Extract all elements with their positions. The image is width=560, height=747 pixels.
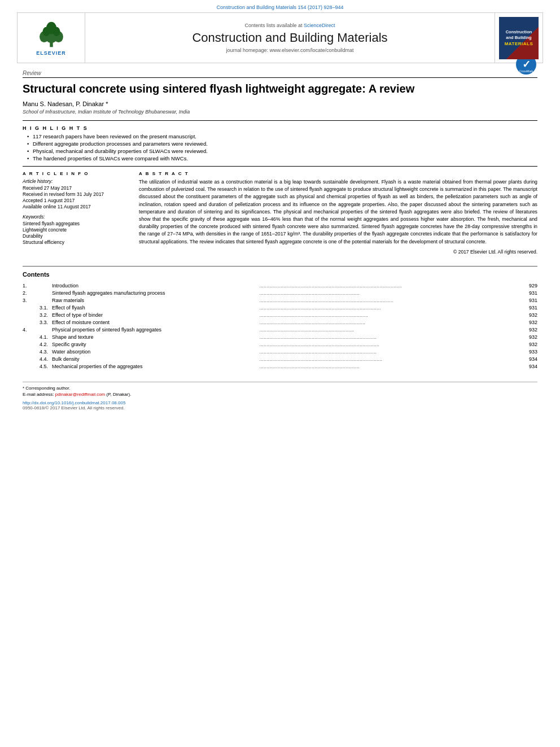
email-line: E-mail address: pdinakar@rediffmail.com … (23, 392, 537, 397)
copyright-line: © 2017 Elsevier Ltd. All rights reserved… (139, 249, 537, 255)
toc-dots: ........................................… (259, 334, 520, 341)
keywords-list: Sintered flyash aggregates Lightweight c… (23, 221, 130, 245)
journal-reference: Construction and Building Materials 154 … (0, 0, 560, 12)
highlights-divider (23, 120, 537, 121)
toc-number: 4.5. (23, 363, 52, 370)
highlight-item: Different aggregate production processes… (27, 141, 537, 147)
toc-dots: ........................................… (259, 356, 520, 363)
science-direct-link[interactable]: ScienceDirect (304, 23, 335, 28)
article-title: Structural concrete using sintered flyas… (23, 81, 537, 96)
toc-number: 2. (23, 290, 52, 297)
available-date: Available online 11 August 2017 (23, 204, 130, 209)
keywords-section: Keywords: Sintered flyash aggregates Lig… (23, 214, 130, 245)
toc-number: 3. (23, 297, 52, 304)
toc-dots: ........................................… (259, 282, 520, 290)
highlight-item: The hardened properties of SLWACs were c… (27, 155, 537, 161)
svg-point-5 (42, 27, 50, 36)
toc-table: 1.Introduction..........................… (23, 282, 537, 370)
journal-ref-text: Construction and Building Materials 154 … (216, 5, 343, 10)
toc-label: Specific gravity (52, 341, 259, 348)
journal-title: Construction and Building Materials (192, 30, 387, 45)
toc-row: 4.4.Bulk density........................… (23, 356, 537, 363)
toc-row: 2.Sintered flyash aggregates manufacturi… (23, 290, 537, 297)
toc-label: Effect of type of binder (52, 312, 259, 319)
toc-row: 4.Physical properties of sintered flyash… (23, 326, 537, 334)
keyword-item: Sintered flyash aggregates (23, 221, 130, 226)
toc-page-number: 931 (520, 297, 537, 304)
toc-section: Contents 1.Introduction.................… (23, 266, 537, 370)
info-divider (23, 166, 537, 167)
toc-label: Introduction (52, 282, 259, 290)
toc-row: 4.3.Water absorption....................… (23, 348, 537, 356)
article-history: Article history: Received 27 May 2017 Re… (23, 178, 130, 209)
toc-row: 4.2.Specific gravity....................… (23, 341, 537, 348)
toc-row: 3.Raw materials.........................… (23, 297, 537, 304)
toc-number: 1. (23, 282, 52, 290)
toc-number: 4.4. (23, 356, 52, 363)
issn-line: 0950-0618/© 2017 Elsevier Ltd. All right… (23, 405, 537, 410)
toc-dots: ........................................… (259, 290, 520, 297)
toc-page-number: 932 (520, 319, 537, 326)
journal-logo-box: Construction and Building MATERIALS (499, 17, 539, 59)
journal-logo-title: Construction and Building (502, 29, 536, 41)
toc-number: 4.2. (23, 341, 52, 348)
svg-point-6 (53, 27, 60, 36)
toc-number: 4.3. (23, 348, 52, 356)
toc-page-number: 931 (520, 304, 537, 312)
page: Construction and Building Materials 154 … (0, 0, 560, 747)
toc-number: 3.1. (23, 304, 52, 312)
elsevier-logo-area: ELSEVIER (18, 13, 85, 63)
toc-row: 3.2.Effect of type of binder............… (23, 312, 537, 319)
article-info-label: A R T I C L E I N F O (23, 171, 130, 176)
article-authors: Manu S. Nadesan, P. Dinakar * (23, 101, 537, 107)
received-date: Received 27 May 2017 (23, 185, 130, 191)
affiliation: School of Infrastructure, Indian Institu… (23, 109, 537, 115)
toc-dots: ........................................… (259, 319, 520, 326)
main-content: Review ✓ CrossMark Structural concrete u… (0, 63, 560, 410)
toc-label: Effect of moisture content (52, 319, 259, 326)
toc-dots: ........................................… (259, 297, 520, 304)
toc-label: Bulk density (52, 356, 259, 363)
toc-row: 3.1.Effect of flyash....................… (23, 304, 537, 312)
journal-logo-area: Construction and Building MATERIALS (495, 13, 542, 63)
toc-number: 3.2. (23, 312, 52, 319)
toc-row: 3.3.Effect of moisture content..........… (23, 319, 537, 326)
toc-page-number: 931 (520, 290, 537, 297)
highlight-item: 117 research papers have been reviewed o… (27, 133, 537, 139)
toc-page-number: 932 (520, 341, 537, 348)
highlights-label: H I G H L I G H T S (23, 125, 537, 131)
elsevier-brand: ELSEVIER (36, 50, 66, 56)
journal-logo-sub: MATERIALS (505, 41, 533, 46)
keywords-title: Keywords: (23, 214, 130, 220)
corresponding-note: * Corresponding author. (23, 386, 537, 391)
toc-label: Effect of flyash (52, 304, 259, 312)
email-address[interactable]: pdinakar@rediffmail.com (55, 392, 105, 397)
toc-label: Raw materials (52, 297, 259, 304)
toc-dots: ........................................… (259, 348, 520, 356)
journal-name-area: Contents lists available at ScienceDirec… (85, 13, 495, 63)
toc-page-number: 934 (520, 363, 537, 370)
keyword-item: Lightweight concrete (23, 227, 130, 233)
toc-row: 4.1.Shape and texture...................… (23, 334, 537, 341)
contents-available-line: Contents lists available at ScienceDirec… (244, 23, 335, 28)
toc-label: Physical properties of sintered flyash a… (52, 326, 259, 334)
toc-dots: ........................................… (259, 363, 520, 370)
journal-header: ELSEVIER Contents lists available at Sci… (17, 12, 543, 63)
keyword-item: Durability (23, 233, 130, 239)
toc-label: Shape and texture (52, 334, 259, 341)
toc-dots: ........................................… (259, 341, 520, 348)
doi-link[interactable]: http://dx.doi.org/10.1016/j.conbuildmat.… (23, 400, 537, 405)
toc-page-number: 932 (520, 312, 537, 319)
toc-page-number: 934 (520, 356, 537, 363)
toc-page-number: 933 (520, 348, 537, 356)
toc-label: Sintered flyash aggregates manufacturing… (52, 290, 259, 297)
toc-title: Contents (23, 271, 537, 278)
svg-text:CrossMark: CrossMark (519, 69, 533, 73)
highlights-list: 117 research papers have been reviewed o… (27, 133, 537, 161)
toc-label: Water absorption (52, 348, 259, 356)
toc-label: Mechanical properties of the aggregates (52, 363, 259, 370)
toc-row: 4.5.Mechanical properties of the aggrega… (23, 363, 537, 370)
elsevier-logo: ELSEVIER (34, 20, 68, 56)
toc-page-number: 929 (520, 282, 537, 290)
abstract-label: A B S T R A C T (139, 171, 537, 176)
